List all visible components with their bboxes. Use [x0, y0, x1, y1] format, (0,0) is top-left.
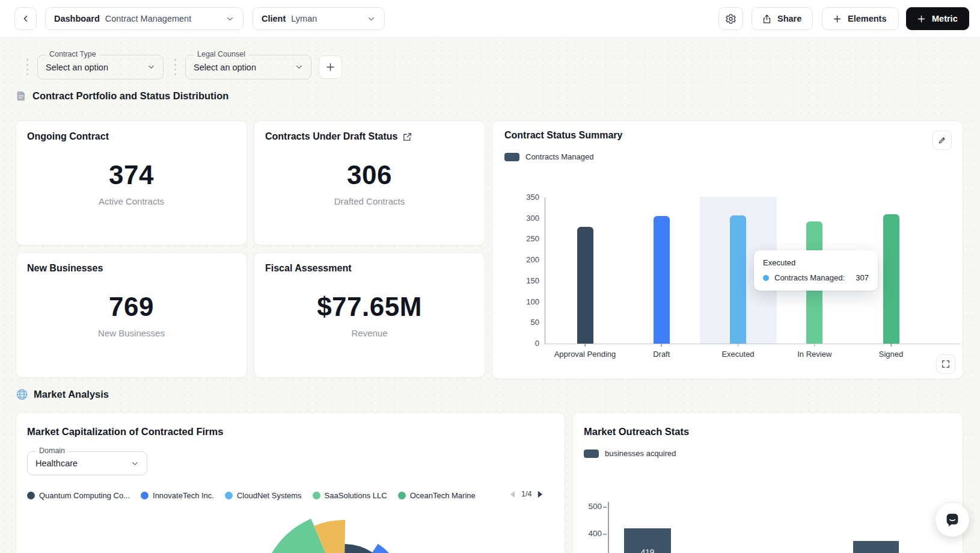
bar-signed[interactable] [883, 214, 899, 344]
x-axis-tickmark [584, 344, 586, 347]
legend-dot [27, 492, 35, 499]
market-cap-legend: Quantum Computing Co...InnovateTech Inc.… [27, 489, 508, 502]
stat-value: $77.65M [265, 292, 474, 322]
bar-approval-pending[interactable] [577, 227, 593, 344]
edit-chart-button[interactable] [933, 131, 952, 150]
client-selector-label: Client [262, 14, 286, 23]
fullscreen-icon [941, 359, 951, 369]
y-tick-label: 150 [526, 276, 539, 285]
market-capitalization-card: Market Capitalization of Contracted Firm… [16, 412, 565, 553]
stat-card-new-businesses: New Businesses 769 New Businesses [16, 252, 247, 378]
bar-draft[interactable] [654, 216, 670, 344]
plus-icon [325, 61, 336, 73]
legend-dot [398, 492, 406, 499]
legend-label: SaaSolutions LLC [325, 491, 387, 500]
stat-card-fiscal-assessment: Fiscal Assessment $77.65M Revenue [254, 252, 485, 378]
settings-button[interactable] [718, 7, 743, 30]
pie-slice-2[interactable] [344, 544, 372, 553]
chevron-down-icon [367, 14, 376, 23]
legend-label: Quantum Computing Co... [39, 491, 130, 500]
dashboard-selector-label: Dashboard [54, 14, 100, 23]
stat-title: Contracts Under Draft Status [265, 131, 397, 142]
dashboard-screen: Dashboard Contract Management Client Lym… [0, 0, 980, 553]
contract-type-select[interactable]: Contract Type Select an option [37, 55, 164, 79]
stat-value: 769 [27, 292, 236, 322]
legend-dot [141, 492, 149, 499]
legend-label: InnovateTech Inc. [153, 491, 214, 500]
stat-card-ongoing-contract: Ongoing Contract 374 Active Contracts [16, 120, 247, 246]
portfolio-section-label: Contract Portfolio and Status Distributi… [32, 90, 228, 102]
legend-item-innovatetech-inc[interactable]: InnovateTech Inc. [141, 491, 214, 500]
market-cap-pie [16, 503, 566, 553]
domain-select-label: Domain [36, 446, 68, 455]
contract-status-summary-card: Contract Status Summary Contracts Manage… [492, 120, 963, 379]
fullscreen-chart-button[interactable] [936, 354, 955, 374]
market-section-label: Market Analysis [34, 389, 109, 400]
drag-handle[interactable] [25, 59, 29, 75]
chat-button[interactable] [936, 503, 969, 537]
domain-select[interactable]: Domain Healthcare [27, 451, 147, 475]
y-tick-label: 350 [526, 193, 539, 202]
share-button[interactable]: Share [752, 7, 813, 30]
outreach-chart: 500400419 [573, 413, 964, 553]
drag-handle[interactable] [173, 59, 177, 75]
portfolio-section-title: Contract Portfolio and Status Distributi… [16, 90, 228, 102]
x-tick-label: In Review [797, 350, 831, 359]
y-tick-label: 100 [526, 297, 539, 306]
legal-counsel-label: Legal Counsel [194, 50, 248, 58]
back-button[interactable] [14, 7, 37, 30]
y-tick-label: 300 [526, 214, 539, 223]
bar-executed[interactable] [730, 215, 746, 344]
pager-prev-icon[interactable] [509, 490, 516, 498]
x-tick-label: Approval Pending [554, 350, 616, 359]
x-axis-tickmark [738, 344, 739, 347]
share-icon [762, 14, 772, 24]
legend-item-saasolutions-llc[interactable]: SaaSolutions LLC [313, 491, 387, 500]
y-tick-label: 250 [526, 234, 539, 243]
client-selector[interactable]: Client Lyman [253, 7, 385, 30]
y-tick-label: 200 [526, 255, 539, 264]
legend-item-quantum-computing-co[interactable]: Quantum Computing Co... [27, 491, 130, 500]
globe-icon [16, 388, 28, 401]
domain-select-value: Healthcare [35, 459, 78, 468]
y-tick-label: 400 [578, 529, 602, 538]
legend-item-cloudnet-systems[interactable]: CloudNet Systems [225, 491, 302, 500]
y-tick-label: 50 [531, 318, 539, 327]
top-bar: Dashboard Contract Management Client Lym… [0, 0, 980, 38]
legal-counsel-value: Select an option [194, 63, 256, 72]
chevron-down-icon [130, 459, 139, 468]
y-tick-label: 0 [535, 339, 539, 348]
chevron-down-icon [295, 63, 304, 72]
bar-in-review[interactable] [806, 221, 822, 344]
x-axis-tickmark [814, 344, 815, 347]
pager-next-icon[interactable] [537, 490, 544, 498]
elements-button[interactable]: Elements [822, 7, 899, 30]
stat-title: New Businesses [27, 263, 103, 274]
gear-icon [725, 13, 737, 25]
stat-label: Revenue [265, 328, 474, 338]
stat-label: New Businesses [27, 328, 236, 338]
x-tick-label: Signed [879, 350, 903, 359]
chevron-down-icon [147, 63, 156, 72]
external-link-icon[interactable] [402, 132, 412, 142]
chat-icon [943, 511, 961, 529]
legend-pager: 1/4 [509, 490, 544, 498]
stat-title: Ongoing Contract [27, 131, 109, 142]
status-legend[interactable]: Contracts Managed [504, 152, 593, 161]
document-icon [16, 90, 27, 102]
legal-counsel-select[interactable]: Legal Counsel Select an option [185, 55, 311, 79]
metric-label: Metric [932, 14, 958, 23]
legend-dot [313, 492, 320, 499]
contract-type-label: Contract Type [46, 50, 99, 58]
bar-businesses-acquired-2[interactable] [853, 541, 899, 553]
add-filter-button[interactable] [319, 55, 342, 79]
status-legend-label: Contracts Managed [525, 152, 593, 161]
plus-icon [916, 14, 926, 24]
legend-item-oceantech-marine[interactable]: OceanTech Marine [398, 491, 476, 500]
chevron-left-icon [21, 14, 31, 23]
dashboard-selector[interactable]: Dashboard Contract Management [45, 7, 243, 30]
stat-title: Fiscal Assessment [265, 263, 351, 274]
metric-button[interactable]: Metric [906, 7, 969, 30]
pager-count: 1/4 [521, 490, 531, 498]
x-tick-label: Executed [721, 350, 754, 359]
